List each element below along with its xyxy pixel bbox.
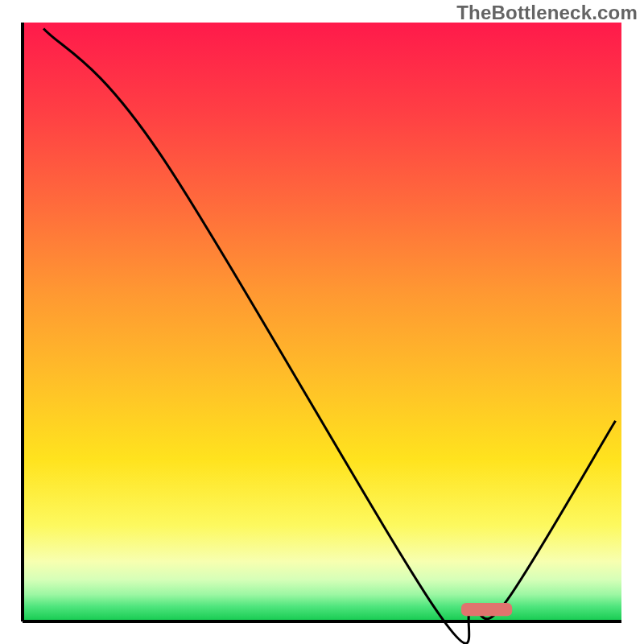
optimal-marker: [461, 603, 512, 616]
plot-background: [23, 23, 621, 621]
chart-container: TheBottleneck.com: [0, 0, 644, 644]
watermark-text: TheBottleneck.com: [456, 2, 638, 24]
bottleneck-chart: [0, 0, 644, 644]
